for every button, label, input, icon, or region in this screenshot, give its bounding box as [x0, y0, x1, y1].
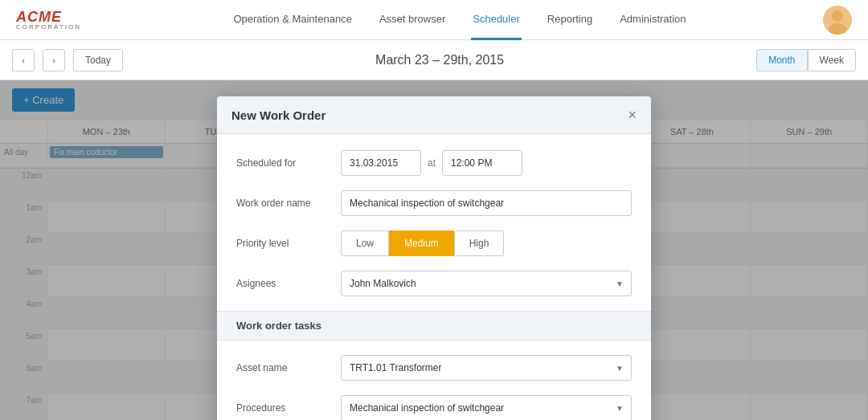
- assignees-label: Asignees: [236, 278, 341, 289]
- modal-title: New Work Order: [231, 108, 326, 122]
- priority-level-label: Priority level: [236, 238, 341, 249]
- top-nav: ACME CORPORATION Operation & Maintenance…: [0, 0, 868, 40]
- svg-point-1: [829, 23, 846, 35]
- scheduled-date-input[interactable]: [341, 150, 421, 176]
- assignees-select-wrapper: John Malkovich ▼: [341, 271, 632, 296]
- avatar[interactable]: [823, 6, 852, 35]
- nav-asset[interactable]: Asset browser: [378, 0, 447, 40]
- work-order-name-input[interactable]: [341, 190, 632, 216]
- priority-medium-button[interactable]: Medium: [389, 230, 454, 256]
- svg-point-0: [832, 10, 843, 22]
- scheduled-time-input[interactable]: [442, 150, 522, 176]
- prev-button[interactable]: ‹: [12, 49, 35, 71]
- asset-name-label: Asset name: [236, 362, 341, 373]
- procedures-select[interactable]: Mechanical inspection of switchgear: [341, 395, 632, 420]
- work-order-name-row: Work order name: [236, 190, 632, 216]
- scheduled-for-label: Scheduled for: [236, 157, 341, 169]
- modal-body: Scheduled for at Work order name Priorit…: [217, 134, 651, 420]
- toolbar: ‹ › Today March 23 – 29th, 2015 Month We…: [0, 40, 868, 80]
- calendar-area: + Create MON – 23th TUE – 24 WED – 25 TH…: [0, 80, 868, 420]
- asset-name-select[interactable]: TRT1.01 Transformer: [341, 355, 632, 381]
- procedures-row: Procedures Mechanical inspection of swit…: [236, 395, 632, 420]
- logo-acme: ACME: [16, 10, 72, 24]
- nav-administration[interactable]: Administration: [618, 0, 687, 40]
- modal-header: New Work Order ×: [217, 96, 651, 134]
- modal-overlay: New Work Order × Scheduled for at Work o…: [0, 80, 868, 420]
- work-order-name-label: Work order name: [236, 198, 341, 209]
- procedures-label: Procedures: [236, 402, 341, 414]
- at-text: at: [428, 157, 436, 169]
- nav-scheduler[interactable]: Scheduler: [471, 0, 522, 40]
- modal-new-work-order: New Work Order × Scheduled for at Work o…: [217, 96, 651, 420]
- assignees-row: Asignees John Malkovich ▼: [236, 271, 632, 296]
- asset-name-row: Asset name TRT1.01 Transformer ▼: [236, 355, 632, 381]
- nav-links: Operation & Maintenance Asset browser Sc…: [96, 0, 823, 40]
- next-button[interactable]: ›: [43, 49, 65, 71]
- logo-corp: CORPORATION: [16, 24, 72, 31]
- month-view-button[interactable]: Month: [756, 49, 807, 71]
- procedures-select-wrapper: Mechanical inspection of switchgear ▼: [341, 395, 632, 420]
- view-buttons: Month Week: [756, 49, 856, 71]
- today-button[interactable]: Today: [73, 49, 123, 71]
- work-order-tasks-section: Work order tasks: [217, 311, 651, 340]
- priority-low-button[interactable]: Low: [341, 230, 389, 256]
- priority-high-button[interactable]: High: [454, 230, 505, 256]
- user-icon: [823, 6, 852, 35]
- date-range: March 23 – 29th, 2015: [131, 53, 748, 67]
- nav-reporting[interactable]: Reporting: [546, 0, 594, 40]
- week-view-button[interactable]: Week: [808, 49, 856, 71]
- modal-close-button[interactable]: ×: [628, 108, 637, 122]
- assignees-select[interactable]: John Malkovich: [341, 271, 632, 296]
- priority-level-row: Priority level Low Medium High: [236, 230, 632, 256]
- scheduled-inputs: at: [341, 150, 522, 176]
- logo: ACME CORPORATION: [16, 10, 72, 31]
- nav-operation[interactable]: Operation & Maintenance: [231, 0, 353, 40]
- asset-name-select-wrapper: TRT1.01 Transformer ▼: [341, 355, 632, 381]
- scheduled-for-row: Scheduled for at: [236, 150, 632, 176]
- priority-group: Low Medium High: [341, 230, 504, 256]
